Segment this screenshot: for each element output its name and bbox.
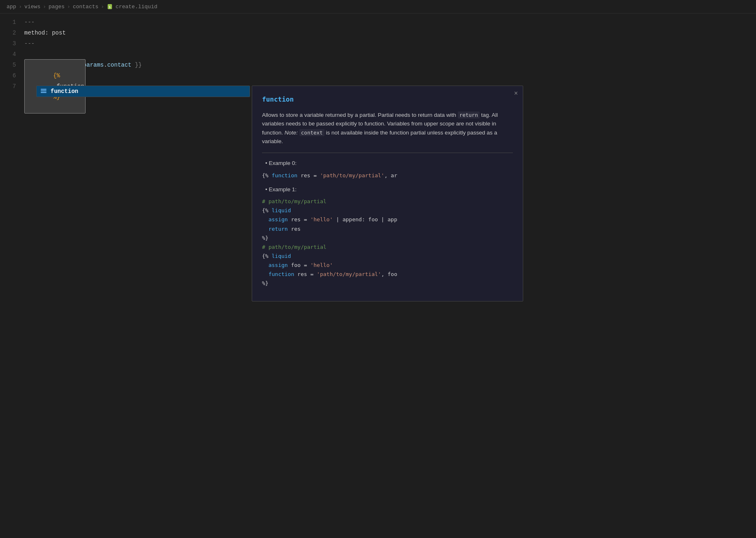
autocomplete-item-icon bbox=[40, 88, 47, 95]
doc-description: Allows to store a variable returned by a… bbox=[262, 111, 513, 146]
autocomplete-dropdown[interactable]: function bbox=[36, 86, 250, 97]
line-num-3: 3 bbox=[0, 38, 16, 49]
tag-percent-open: {% bbox=[53, 72, 60, 79]
line1-text: --- bbox=[24, 17, 35, 28]
line5-contact: contact bbox=[107, 60, 132, 70]
svg-text:S: S bbox=[109, 6, 110, 9]
doc-divider bbox=[262, 153, 513, 153]
code-line-1: --- bbox=[23, 17, 756, 28]
line5-dot2: . bbox=[104, 60, 107, 70]
autocomplete-item-function[interactable]: function bbox=[37, 86, 250, 97]
line3-text: --- bbox=[24, 38, 35, 49]
line-num-6: 6 bbox=[0, 70, 16, 81]
doc-example-0-label: Example 0: bbox=[262, 159, 513, 168]
line-num-7: 7 bbox=[0, 81, 16, 92]
file-icon: S bbox=[107, 3, 113, 10]
breadcrumb: app › views › pages › contacts › S creat… bbox=[0, 0, 756, 14]
breadcrumb-pages[interactable]: pages bbox=[49, 4, 65, 10]
line-num-4: 4 bbox=[0, 49, 16, 60]
doc-panel: × function Allows to store a variable re… bbox=[252, 86, 523, 301]
editor-area: 1 2 3 4 5 6 7 --- method: post --- Hello… bbox=[0, 14, 756, 92]
doc-close-button[interactable]: × bbox=[514, 90, 518, 97]
svg-rect-3 bbox=[41, 90, 46, 91]
breadcrumb-file[interactable]: create.liquid bbox=[116, 4, 157, 10]
line-numbers: 1 2 3 4 5 6 7 bbox=[0, 17, 23, 92]
doc-title: function bbox=[262, 94, 513, 105]
breadcrumb-sep-1: › bbox=[19, 4, 22, 10]
code-line-5: Hello {{ context . params . contact }} bbox=[23, 60, 756, 70]
doc-example-0-code: {% function res = 'path/to/my/partial', … bbox=[262, 171, 513, 180]
line2-text: method: post bbox=[24, 28, 66, 38]
breadcrumb-sep-3: › bbox=[67, 4, 70, 10]
breadcrumb-views[interactable]: views bbox=[24, 4, 40, 10]
line-num-5: 5 bbox=[0, 60, 16, 70]
line-num-2: 2 bbox=[0, 28, 16, 38]
breadcrumb-app[interactable]: app bbox=[7, 4, 16, 10]
breadcrumb-sep-2: › bbox=[43, 4, 46, 10]
code-line-6: 💡 bbox=[23, 70, 756, 81]
code-lines[interactable]: --- method: post --- Hello {{ context . … bbox=[23, 17, 756, 92]
code-line-2: method: post bbox=[23, 28, 756, 38]
line-num-1: 1 bbox=[0, 17, 16, 28]
svg-rect-4 bbox=[41, 92, 46, 93]
breadcrumb-sep-4: › bbox=[101, 4, 104, 10]
line5-close-brace: }} bbox=[132, 60, 142, 70]
autocomplete-item-label: function bbox=[51, 88, 78, 95]
code-line-3: --- bbox=[23, 38, 756, 49]
line5-params: params bbox=[83, 60, 104, 70]
svg-rect-2 bbox=[41, 89, 46, 90]
doc-example-1-label: Example 1: bbox=[262, 185, 513, 194]
doc-example-1-code: # path/to/my/partial {% liquid assign re… bbox=[262, 197, 513, 288]
code-line-4 bbox=[23, 49, 756, 60]
breadcrumb-contacts[interactable]: contacts bbox=[73, 4, 98, 10]
